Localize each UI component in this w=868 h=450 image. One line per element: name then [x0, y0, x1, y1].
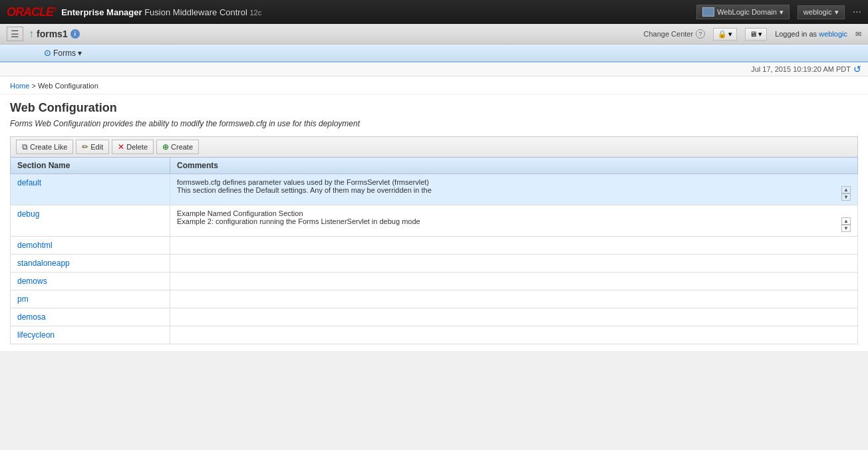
comments-cell — [170, 237, 858, 255]
breadcrumb-current: Web Configuration — [38, 82, 98, 90]
breadcrumb: Home > Web Configuration — [0, 76, 868, 94]
forms-nav-label: Forms — [53, 49, 76, 58]
section-name-cell: lifecycleon — [11, 326, 170, 344]
mail-icon[interactable]: ✉ — [855, 30, 861, 39]
table-row[interactable]: lifecycleon — [11, 326, 858, 344]
table-row[interactable]: debugExample Named Configuration Section… — [11, 205, 858, 237]
em-title: Enterprise Manager Fusion Middleware Con… — [61, 7, 261, 17]
page-description: Forms Web Configuration provides the abi… — [10, 119, 858, 128]
em-subtitle: Fusion Middleware Control — [144, 7, 247, 17]
more-options-button[interactable]: ··· — [853, 6, 861, 18]
page-content: Web Configuration Forms Web Configuratio… — [0, 94, 868, 351]
delete-icon: ✕ — [118, 142, 124, 152]
edit-label: Edit — [90, 143, 103, 151]
row-collapse-button[interactable]: ▲ — [841, 186, 851, 193]
table-wrapper: Section Name Comments defaultformsweb.cf… — [10, 157, 858, 344]
em-product-label: Enterprise Manager — [61, 7, 142, 17]
toolbar-bar: ⊙ Forms ▾ — [0, 45, 868, 62]
section-name-link[interactable]: demohtml — [17, 241, 53, 250]
section-name-column-header: Section Name — [11, 158, 170, 174]
row-collapse-button[interactable]: ▲ — [841, 217, 851, 225]
comments-column-header: Comments — [170, 158, 858, 174]
top-bar-right: WebLogic Domain ▾ weblogic ▾ ··· — [696, 5, 861, 19]
top-bar-left: ORACLE® Enterprise Manager Fusion Middle… — [7, 5, 261, 19]
logged-in-text: Logged in as weblogic — [775, 30, 847, 38]
delete-button[interactable]: ✕ Delete — [112, 140, 154, 154]
row-expand-controls: ▲▼ — [841, 217, 851, 232]
monitor-chevron: ▾ — [758, 30, 762, 39]
refresh-icon[interactable]: ↺ — [853, 64, 861, 74]
app-name-label: forms1 — [37, 29, 68, 39]
table-row[interactable]: demohtml — [11, 237, 858, 255]
lock-icon: 🔒 — [718, 30, 727, 39]
secondary-bar-left: ☰ ↑ forms1 i — [7, 27, 80, 41]
comments-cell — [170, 290, 858, 308]
create-button[interactable]: ⊕ Create — [156, 140, 199, 154]
comments-cell — [170, 273, 858, 290]
section-name-link[interactable]: demows — [17, 277, 47, 286]
user-menu-button[interactable]: weblogic ▾ — [797, 5, 845, 19]
secondary-bar-right: Change Center ? 🔒 ▾ 🖥 ▾ Logged in as web… — [644, 28, 861, 41]
create-icon: ⊕ — [162, 142, 169, 152]
lock-chevron: ▾ — [728, 30, 732, 39]
breadcrumb-home-link[interactable]: Home — [10, 82, 29, 90]
domain-label: WebLogic Domain — [717, 8, 777, 16]
edit-icon: ✏ — [82, 142, 88, 152]
row-expand-button[interactable]: ▼ — [841, 193, 851, 201]
row-expand-controls: ▲▼ — [841, 186, 851, 201]
create-like-button[interactable]: ⧉ Create Like — [16, 140, 73, 154]
table-toolbar: ⧉ Create Like ✏ Edit ✕ Delete ⊕ Create — [10, 136, 858, 157]
create-like-icon: ⧉ — [22, 142, 28, 152]
monitor-icon: 🖥 — [750, 30, 757, 38]
monitor-button[interactable]: 🖥 ▾ — [745, 28, 767, 41]
forms-nav-button[interactable]: ⊙ Forms ▾ — [40, 47, 86, 59]
comments-cell: formsweb.cfg defines parameter values us… — [170, 174, 858, 205]
section-name-link[interactable]: standaloneapp — [17, 259, 70, 268]
comments-cell — [170, 326, 858, 344]
app-up-arrow-icon: ↑ — [29, 28, 34, 40]
hamburger-menu-button[interactable]: ☰ — [7, 27, 23, 41]
delete-label: Delete — [126, 143, 148, 151]
em-version: 12c — [249, 9, 261, 17]
comments-cell: Example Named Configuration SectionExamp… — [170, 205, 858, 237]
section-name-cell: debug — [11, 205, 170, 237]
secondary-bar: ☰ ↑ forms1 i Change Center ? 🔒 ▾ 🖥 ▾ Log… — [0, 24, 868, 45]
section-name-link[interactable]: default — [17, 178, 41, 187]
table-row[interactable]: standaloneapp — [11, 255, 858, 273]
row-expand-button[interactable]: ▼ — [841, 225, 851, 232]
main-content: Home > Web Configuration Web Configurati… — [0, 76, 868, 351]
section-name-cell: demows — [11, 273, 170, 290]
web-config-table: Section Name Comments defaultformsweb.cf… — [10, 157, 858, 344]
create-like-label: Create Like — [30, 143, 67, 151]
breadcrumb-separator: > — [31, 82, 35, 90]
section-name-link[interactable]: lifecycleon — [17, 330, 55, 340]
section-name-link[interactable]: debug — [17, 209, 39, 219]
create-label: Create — [171, 143, 193, 151]
table-row[interactable]: defaultformsweb.cfg defines parameter va… — [11, 174, 858, 205]
weblogic-domain-button[interactable]: WebLogic Domain ▾ — [696, 5, 790, 19]
timestamp-label: Jul 17, 2015 10:19:20 AM PDT — [751, 65, 851, 73]
user-chevron: ▾ — [835, 8, 839, 17]
section-name-cell: demosa — [11, 308, 170, 326]
logged-in-user-link[interactable]: weblogic — [819, 30, 847, 38]
section-name-link[interactable]: demosa — [17, 312, 46, 322]
table-header-row: Section Name Comments — [11, 158, 858, 174]
section-name-link[interactable]: pm — [17, 294, 29, 304]
edit-button[interactable]: ✏ Edit — [76, 140, 109, 154]
domain-chevron: ▾ — [780, 8, 784, 17]
change-center-container: Change Center ? — [644, 29, 706, 39]
page-title: Web Configuration — [10, 101, 858, 115]
forms-nav-chevron: ▾ — [78, 49, 82, 58]
app-name-container: ↑ forms1 i — [29, 28, 80, 40]
top-navigation-bar: ORACLE® Enterprise Manager Fusion Middle… — [0, 0, 868, 24]
section-name-cell: pm — [11, 290, 170, 308]
domain-icon — [702, 7, 714, 17]
table-row[interactable]: demosa — [11, 308, 858, 326]
table-row[interactable]: demows — [11, 273, 858, 290]
forms-nav-icon: ⊙ — [44, 48, 51, 58]
table-row[interactable]: pm — [11, 290, 858, 308]
info-icon[interactable]: i — [71, 29, 80, 39]
lock-button[interactable]: 🔒 ▾ — [713, 28, 737, 41]
comments-cell — [170, 308, 858, 326]
change-center-help-icon[interactable]: ? — [696, 29, 705, 39]
